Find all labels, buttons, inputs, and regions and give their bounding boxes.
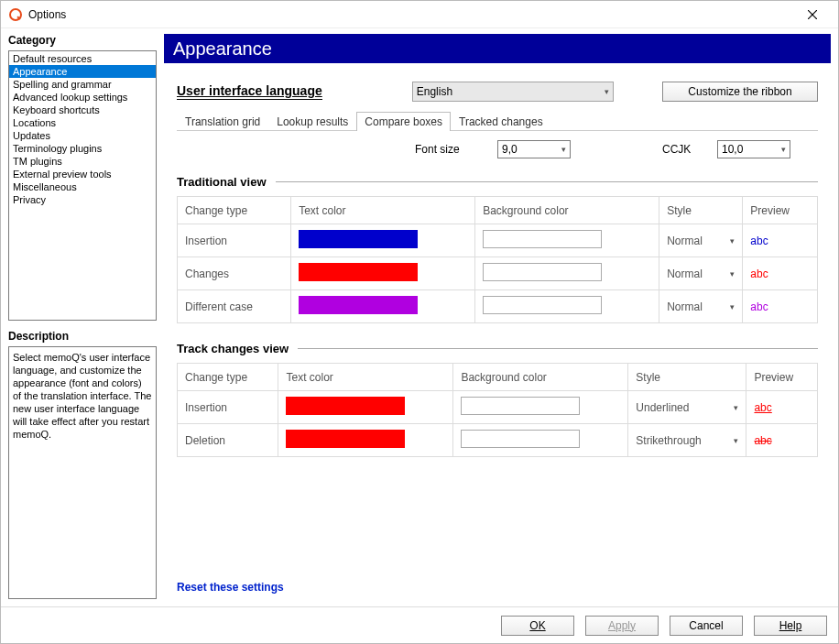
- ccjk-label: CCJK: [662, 143, 717, 156]
- description-heading: Description: [8, 330, 157, 343]
- category-item[interactable]: Locations: [9, 116, 156, 129]
- category-item[interactable]: Privacy: [9, 193, 156, 206]
- category-item[interactable]: Miscellaneous: [9, 180, 156, 193]
- chevron-down-icon: ▾: [734, 436, 738, 445]
- preview-text: abc: [750, 267, 768, 280]
- chevron-down-icon: ▾: [730, 236, 735, 246]
- appearance-tabs: Translation gridLookup resultsCompare bo…: [177, 111, 818, 131]
- description-text: Select memoQ's user interface language, …: [8, 346, 157, 599]
- chevron-down-icon: ▾: [734, 403, 738, 412]
- traditional-view-heading: Traditional view: [177, 175, 818, 189]
- apply-button[interactable]: Apply: [585, 616, 659, 636]
- page-title: Appearance: [164, 34, 831, 63]
- ccjk-value: 10,0: [722, 143, 743, 156]
- change-type-cell: Different case: [178, 290, 291, 323]
- column-header: Change type: [178, 364, 278, 391]
- compare-boxes-panel: Font size 9,0 ▾ CCJK 10,0 ▾ Trad: [177, 131, 818, 457]
- tab-translation-grid[interactable]: Translation grid: [177, 112, 268, 131]
- ccjk-select[interactable]: 10,0 ▾: [717, 140, 790, 158]
- table-row: InsertionNormal▾abc: [178, 224, 818, 257]
- help-button[interactable]: Help: [754, 616, 827, 636]
- chevron-down-icon: ▾: [730, 302, 735, 311]
- window-title: Options: [28, 8, 66, 21]
- reset-settings-link[interactable]: Reset these settings: [177, 581, 284, 594]
- table-row: ChangesNormal▾abc: [178, 257, 818, 290]
- ui-language-label: User interface language: [177, 83, 322, 100]
- style-select[interactable]: Normal▾: [667, 267, 735, 280]
- chevron-down-icon: ▾: [781, 145, 786, 154]
- cancel-button[interactable]: Cancel: [670, 616, 743, 636]
- ok-button[interactable]: OK: [501, 616, 574, 636]
- tab-tracked-changes[interactable]: Tracked changes: [451, 112, 551, 131]
- background-color-swatch[interactable]: [483, 230, 602, 248]
- text-color-swatch[interactable]: [299, 230, 418, 248]
- table-row: DeletionStrikethrough▾abc: [178, 424, 818, 457]
- text-color-swatch[interactable]: [286, 397, 405, 415]
- text-color-swatch[interactable]: [286, 430, 405, 448]
- style-select[interactable]: Normal▾: [667, 300, 735, 313]
- sidebar: Category Default resourcesAppearanceSpel…: [8, 34, 157, 599]
- background-color-swatch[interactable]: [461, 430, 580, 448]
- category-item[interactable]: Spelling and grammar: [9, 78, 156, 91]
- column-header: Style: [628, 364, 746, 391]
- track-changes-table: Change typeText colorBackground colorSty…: [177, 363, 818, 457]
- background-color-swatch[interactable]: [483, 263, 602, 281]
- change-type-cell: Changes: [178, 257, 291, 290]
- main-panel: Appearance User interface language Engli…: [164, 34, 831, 599]
- column-header: Change type: [178, 197, 291, 224]
- customize-ribbon-button[interactable]: Customize the ribbon: [662, 82, 818, 102]
- table-row: InsertionUnderlined▾abc: [178, 391, 818, 424]
- preview-text: abc: [754, 401, 771, 414]
- category-item[interactable]: Keyboard shortcuts: [9, 104, 156, 116]
- tab-lookup-results[interactable]: Lookup results: [268, 112, 356, 131]
- category-item[interactable]: Advanced lookup settings: [9, 91, 156, 104]
- style-select[interactable]: Strikethrough▾: [636, 434, 738, 447]
- style-select[interactable]: Underlined▾: [636, 401, 738, 414]
- preview-text: abc: [750, 300, 768, 313]
- font-size-label: Font size: [415, 143, 497, 156]
- column-header: Style: [659, 197, 743, 224]
- font-size-select[interactable]: 9,0 ▾: [497, 140, 571, 158]
- change-type-cell: Insertion: [178, 224, 291, 257]
- change-type-cell: Insertion: [178, 391, 278, 424]
- category-item[interactable]: Default resources: [9, 52, 156, 65]
- preview-text: abc: [754, 434, 771, 447]
- category-item[interactable]: External preview tools: [9, 168, 156, 180]
- titlebar: Options: [1, 1, 838, 28]
- category-item[interactable]: Appearance: [9, 65, 156, 78]
- text-color-swatch[interactable]: [299, 263, 418, 281]
- font-size-value: 9,0: [502, 143, 518, 156]
- category-heading: Category: [8, 34, 157, 47]
- category-list[interactable]: Default resourcesAppearanceSpelling and …: [8, 50, 157, 321]
- background-color-swatch[interactable]: [483, 296, 602, 314]
- options-window: Options Category Default resourcesAppear…: [0, 0, 839, 644]
- ui-language-value: English: [417, 85, 452, 98]
- traditional-view-table: Change typeText colorBackground colorSty…: [177, 196, 818, 323]
- preview-text: abc: [750, 235, 768, 247]
- table-row: Different caseNormal▾abc: [178, 290, 818, 323]
- style-select[interactable]: Normal▾: [667, 235, 735, 247]
- app-icon: [8, 7, 23, 22]
- dialog-footer: OK Apply Cancel Help: [1, 606, 838, 643]
- close-button[interactable]: [794, 2, 831, 27]
- chevron-down-icon: ▾: [605, 87, 609, 96]
- column-header: Text color: [291, 197, 475, 224]
- chevron-down-icon: ▾: [730, 269, 735, 278]
- category-item[interactable]: Updates: [9, 129, 156, 142]
- category-item[interactable]: TM plugins: [9, 155, 156, 168]
- background-color-swatch[interactable]: [461, 397, 580, 415]
- column-header: Preview: [743, 197, 818, 224]
- category-item[interactable]: Terminology plugins: [9, 142, 156, 155]
- column-header: Background color: [475, 197, 659, 224]
- column-header: Preview: [746, 364, 818, 391]
- column-header: Background color: [453, 364, 628, 391]
- close-icon: [808, 10, 817, 19]
- text-color-swatch[interactable]: [299, 296, 418, 314]
- tab-compare-boxes[interactable]: Compare boxes: [356, 112, 451, 131]
- ui-language-select[interactable]: English ▾: [412, 82, 614, 102]
- track-changes-heading: Track changes view: [177, 342, 818, 355]
- chevron-down-icon: ▾: [561, 145, 566, 154]
- change-type-cell: Deletion: [178, 424, 278, 457]
- column-header: Text color: [278, 364, 453, 391]
